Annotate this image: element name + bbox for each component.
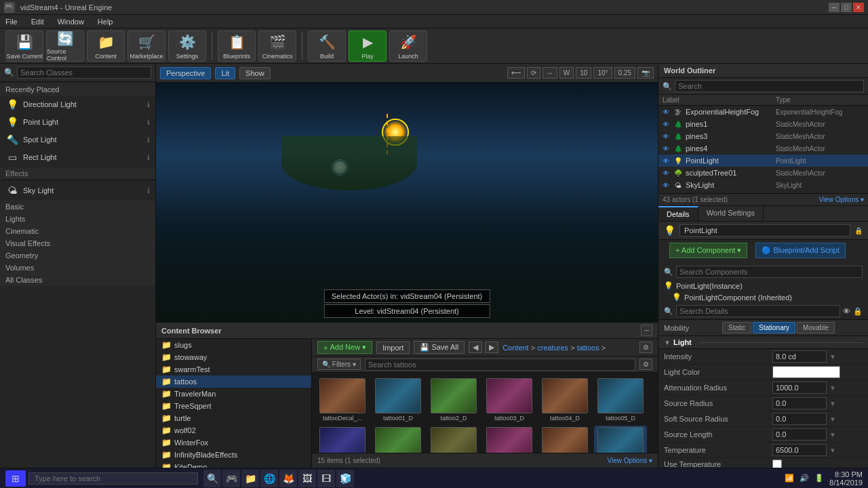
outliner-item-pines4[interactable]: 👁 🌲 pines4 StaticMeshActor <box>658 142 868 155</box>
menu-help[interactable]: Help <box>95 18 116 26</box>
intensity-input[interactable] <box>772 350 827 363</box>
content-button[interactable]: 📁 Content <box>87 30 125 62</box>
light-section-header[interactable]: ▼ Light <box>658 336 868 349</box>
lock-icon[interactable]: 🔒 <box>853 307 863 316</box>
content-browser-minimize-btn[interactable]: ─ <box>641 325 652 336</box>
stationary-btn[interactable]: Stationary <box>753 322 795 333</box>
sidebar-item-rect-light[interactable]: ▭ Rect Light ℹ <box>0 148 155 166</box>
grid-snap-btn[interactable]: 10 <box>576 67 591 79</box>
asset-search-input[interactable] <box>365 359 635 371</box>
outliner-item-expheightfog[interactable]: 👁 🌫 ExponentialHeightFog ExponentialHeig… <box>658 106 868 118</box>
recently-placed-section[interactable]: Recently Placed <box>0 83 155 96</box>
geometry-category[interactable]: Geometry <box>0 249 155 262</box>
volumes-category[interactable]: Volumes <box>0 262 155 274</box>
outliner-item-pines1[interactable]: 👁 🌲 pines1 StaticMeshActor <box>658 118 868 130</box>
asset-tattoo10-inst[interactable]: tattoo10_l... <box>594 426 647 453</box>
outliner-item-sculptedtree[interactable]: 👁 🌳 sculptedTree01 StaticMeshActor <box>658 167 868 179</box>
components-search-input[interactable] <box>676 266 863 278</box>
asset-tattoo07[interactable]: tattoo07_D <box>372 426 425 453</box>
light-color-swatch[interactable] <box>772 366 840 378</box>
outliner-search-input[interactable] <box>675 80 864 92</box>
search-options-btn[interactable]: ⚙ <box>639 359 652 370</box>
minimize-button[interactable]: ─ <box>829 3 840 12</box>
world-space-btn[interactable]: W <box>559 67 574 79</box>
asset-view-options-btn[interactable]: ⚙ <box>639 342 652 353</box>
transform-scale-btn[interactable]: ↔ <box>542 67 557 79</box>
static-btn[interactable]: Static <box>722 322 751 333</box>
asset-tattoo2[interactable]: tattoo2_D <box>427 377 480 423</box>
component-pointlight-inherited[interactable]: 💡 PointLightComponent (Inherited) <box>658 291 868 303</box>
sidebar-item-directional-light[interactable]: 💡 Directional Light ℹ <box>0 96 155 113</box>
all-classes-category[interactable]: All Classes <box>0 274 155 286</box>
basic-category[interactable]: Basic <box>0 201 155 213</box>
soft-source-radius-input[interactable] <box>772 413 827 425</box>
source-length-input[interactable] <box>772 428 827 441</box>
lights-category[interactable]: Lights <box>0 213 155 225</box>
taskbar-app-photoshop[interactable]: 🖼 <box>298 470 316 487</box>
outliner-item-skylight[interactable]: 👁 🌤 SkyLight SkyLight <box>658 179 868 191</box>
source-control-button[interactable]: 🔄 Source Control <box>46 30 84 62</box>
cinematics-button[interactable]: 🎬 Cinematics <box>258 30 296 62</box>
intensity-arrow[interactable]: ▼ <box>829 353 836 361</box>
asset-tattoo05[interactable]: tattoo05_D <box>594 377 647 423</box>
camera-speed-btn[interactable]: 📷 <box>637 67 654 79</box>
actor-lock-icon[interactable]: 🔒 <box>854 227 863 235</box>
perspective-btn[interactable]: Perspective <box>160 67 211 79</box>
asset-tattoo04[interactable]: tattoo04_D <box>538 377 591 423</box>
breadcrumb-creatures[interactable]: creatures <box>537 344 568 352</box>
asset-tattoodecal[interactable]: tattooDecal_... <box>316 377 369 423</box>
breadcrumb-tattoos[interactable]: tattoos <box>577 344 599 352</box>
visual-effects-category[interactable]: Visual Effects <box>0 237 155 249</box>
taskbar-app-cortana[interactable]: 🔍 <box>203 470 221 487</box>
cb-folder-travelerman[interactable]: 📁 TravelerMan <box>156 388 311 400</box>
details-search-input[interactable] <box>676 305 840 317</box>
filter-button[interactable]: 🔍 Filters ▾ <box>317 359 361 370</box>
taskbar-app-firefox[interactable]: 🦊 <box>279 470 297 487</box>
class-search-input[interactable] <box>17 66 151 79</box>
cinematic-category[interactable]: Cinematic <box>0 225 155 237</box>
world-settings-tab[interactable]: World Settings <box>698 206 764 221</box>
asset-tattoo00[interactable]: tattoo00_D <box>483 426 536 453</box>
menu-file[interactable]: File <box>3 18 20 26</box>
asset-tattoo10[interactable]: tattoo10_D <box>538 426 591 453</box>
cb-folder-winterfox[interactable]: 📁 WinterFox <box>156 436 311 449</box>
blueprint-button[interactable]: 🔵 Blueprint/Add Script <box>755 243 845 258</box>
temperature-input[interactable] <box>772 444 827 456</box>
nav-back-button[interactable]: ◀ <box>469 342 482 353</box>
asset-tattoo6[interactable]: tattoo6_D <box>316 426 369 453</box>
temperature-arrow[interactable]: ▼ <box>829 447 836 454</box>
sidebar-item-spot-light[interactable]: 🔦 Spot Light ℹ <box>0 131 155 148</box>
settings-button[interactable]: ⚙️ Settings <box>168 30 206 62</box>
sidebar-item-point-light[interactable]: 💡 Point Light ℹ <box>0 113 155 131</box>
taskbar-app-ae[interactable]: 🎞 <box>317 470 335 487</box>
asset-tattoo03[interactable]: tattoo03_D <box>483 377 536 423</box>
cb-folder-stowaway[interactable]: 📁 stowaway <box>156 351 311 363</box>
nav-forward-button[interactable]: ▶ <box>485 342 498 353</box>
cb-folder-infinityblade[interactable]: 📁 InfinityBladeEffects <box>156 449 311 461</box>
save-current-button[interactable]: 💾 Save Current <box>5 30 43 62</box>
asset-tattoo01[interactable]: tattoo01_D <box>372 377 425 423</box>
cb-folder-treesqpert[interactable]: 📁 TreeSqpert <box>156 400 311 412</box>
close-button[interactable]: ✕ <box>853 3 864 12</box>
asset-tattoo08[interactable]: tattoo_08_D <box>427 426 480 453</box>
menu-window[interactable]: Window <box>55 18 87 26</box>
taskbar-app-blender[interactable]: 🧊 <box>336 470 354 487</box>
cb-view-options-btn[interactable]: View Options ▾ <box>607 457 652 464</box>
import-button[interactable]: Import <box>376 342 410 354</box>
taskbar-app-ue4[interactable]: 🎮 <box>222 470 240 487</box>
build-button[interactable]: 🔨 Build <box>308 30 346 62</box>
launch-button[interactable]: 🚀 Launch <box>389 30 427 62</box>
cb-folder-wolf02[interactable]: 📁 wolf02 <box>156 424 311 436</box>
outliner-item-pointlight[interactable]: 👁 💡 PointLight PointLight <box>658 155 868 167</box>
source-radius-arrow[interactable]: ▼ <box>829 400 836 407</box>
soft-source-radius-arrow[interactable]: ▼ <box>829 415 836 423</box>
taskbar-app-chrome[interactable]: 🌐 <box>260 470 278 487</box>
component-pointlight-instance[interactable]: 💡 PointLight(Instance) <box>658 280 868 291</box>
transform-rotate-btn[interactable]: ⟳ <box>527 67 540 79</box>
save-all-button[interactable]: 💾 Save All <box>414 341 465 354</box>
attenuation-radius-input[interactable] <box>772 382 827 394</box>
angle-snap-btn[interactable]: 10° <box>593 67 612 79</box>
taskbar-search-input[interactable] <box>28 472 198 485</box>
source-length-arrow[interactable]: ▼ <box>829 431 836 439</box>
add-new-button[interactable]: + Add New ▾ <box>317 341 372 354</box>
